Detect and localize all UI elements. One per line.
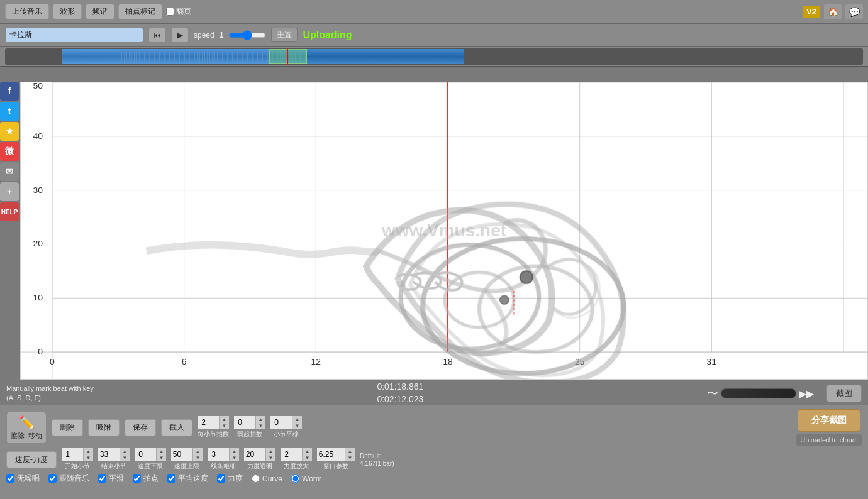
bar-shift-input[interactable] [270, 416, 292, 429]
waveform-mini: 〜 ▶▶ [707, 386, 814, 401]
social-sidebar: f t ★ 微 ✉ + HELP [0, 82, 20, 221]
no-mute-checkbox[interactable] [6, 474, 14, 483]
import-button[interactable]: 截入 [161, 419, 192, 436]
start-bar-down[interactable]: ▼ [84, 454, 93, 461]
smooth-label: 平滑 [109, 473, 124, 484]
waveform-mini-bar[interactable] [721, 388, 796, 398]
beat-point-checkbox[interactable] [133, 474, 141, 483]
twitter-icon[interactable]: t [0, 102, 19, 121]
beats-per-bar-input[interactable] [198, 416, 220, 429]
speed-force-button[interactable]: 速度-力度 [6, 451, 57, 468]
force-zoom-up[interactable]: ▲ [303, 448, 312, 454]
line-thickness-up[interactable]: ▲ [230, 448, 239, 454]
end-bar-input[interactable] [98, 448, 120, 461]
start-bar-group: ▲ ▼ 开始小节 [62, 448, 93, 471]
force-checkbox[interactable] [217, 474, 225, 483]
curve-radio-label[interactable]: Curve [252, 474, 282, 483]
svg-text:20: 20 [33, 239, 43, 249]
curve-radio[interactable] [252, 474, 260, 483]
smooth-checkbox[interactable] [98, 474, 106, 483]
avg-speed-checkbox[interactable] [167, 474, 175, 483]
force-checkbox-label[interactable]: 力度 [217, 473, 243, 484]
waveform-mini-arrow[interactable]: ▶▶ [799, 388, 814, 400]
delete-button[interactable]: 删除 [52, 419, 83, 436]
screenshot-button[interactable]: 截图 [826, 385, 862, 402]
weak-beat-input[interactable] [234, 416, 256, 429]
waveform-bar [0, 47, 868, 67]
end-bar-up[interactable]: ▲ [120, 448, 130, 454]
curve-label: Curve [262, 474, 282, 483]
facebook-icon[interactable]: f [0, 82, 19, 101]
speed-slider[interactable] [228, 30, 266, 40]
speed-lower-up[interactable]: ▲ [157, 448, 166, 454]
weak-beat-down[interactable]: ▼ [256, 422, 265, 429]
add-icon[interactable]: + [0, 182, 19, 201]
speed-upper-up[interactable]: ▲ [193, 448, 203, 454]
erase-label: 擦除 [11, 431, 25, 441]
status-hint-line2: (A, S, D, F) [6, 393, 94, 403]
force-transparency-arrows: ▲ ▼ [266, 448, 275, 461]
speed-lower-label: 速度下限 [138, 462, 163, 471]
karaoke-input[interactable] [5, 28, 143, 43]
share-chart-button[interactable]: 分享截图 [798, 409, 860, 432]
force-zoom-input[interactable] [281, 448, 303, 461]
start-bar-input[interactable] [62, 448, 84, 461]
window-param-arrows: ▲ ▼ [345, 448, 355, 461]
speed-lower-input[interactable] [135, 448, 157, 461]
beats-per-bar-up[interactable]: ▲ [220, 416, 229, 422]
speed-upper-input[interactable] [171, 448, 193, 461]
bar-shift-down[interactable]: ▼ [292, 422, 302, 429]
mail-icon[interactable]: ✉ [0, 162, 19, 181]
start-bar-up[interactable]: ▲ [84, 448, 93, 454]
start-bar-input-row: ▲ ▼ [62, 448, 93, 461]
avg-speed-checkbox-label[interactable]: 平均速度 [167, 473, 208, 484]
speed-upper-down[interactable]: ▼ [193, 454, 203, 461]
end-bar-input-row: ▲ ▼ [98, 448, 130, 461]
window-param-input[interactable] [317, 448, 345, 461]
weak-beat-up[interactable]: ▲ [256, 416, 265, 422]
force-zoom-down[interactable]: ▼ [303, 454, 312, 461]
line-thickness-arrows: ▲ ▼ [230, 448, 239, 461]
smooth-checkbox-label[interactable]: 平滑 [98, 473, 124, 484]
waveform-button[interactable]: 波形 [53, 4, 82, 19]
help-icon[interactable]: HELP [0, 202, 19, 221]
line-thickness-input[interactable] [208, 448, 230, 461]
force-transparency-input[interactable] [244, 448, 266, 461]
spectrum-button[interactable]: 频谱 [86, 4, 114, 19]
play-button[interactable]: ▶ [171, 28, 189, 43]
beat-point-checkbox-label[interactable]: 拍点 [133, 473, 159, 484]
follow-music-checkbox[interactable] [48, 474, 57, 483]
beat-mark-button[interactable]: 拍点标记 [118, 4, 162, 19]
worm-radio[interactable] [291, 474, 299, 483]
svg-text:18: 18 [443, 356, 453, 366]
line-thickness-down[interactable]: ▼ [230, 454, 239, 461]
follow-music-checkbox-label[interactable]: 跟随音乐 [48, 473, 89, 484]
end-bar-down[interactable]: ▼ [120, 454, 130, 461]
favorite-icon[interactable]: ★ [0, 122, 19, 141]
window-param-up[interactable]: ▲ [345, 448, 355, 454]
page-flip-checkbox-label[interactable]: 翻页 [166, 6, 191, 17]
attach-button[interactable]: 吸附 [88, 419, 120, 436]
avg-speed-label: 平均速度 [178, 473, 208, 484]
upload-music-button[interactable]: 上传音乐 [5, 4, 49, 19]
beat-point-label: 拍点 [143, 473, 159, 484]
window-param-down[interactable]: ▼ [345, 454, 355, 461]
speed-lower-down[interactable]: ▼ [157, 454, 166, 461]
beats-per-bar-down[interactable]: ▼ [220, 422, 229, 429]
bar-shift-up[interactable]: ▲ [292, 416, 302, 422]
settings-icon[interactable]: 💬 [845, 4, 863, 19]
worm-radio-label[interactable]: Worm [291, 474, 322, 483]
top-toolbar: 上传音乐 波形 频谱 拍点标记 翻页 V2 🏠 💬 [0, 0, 868, 24]
force-transparency-up[interactable]: ▲ [266, 448, 275, 454]
home-icon[interactable]: 🏠 [824, 4, 842, 19]
page-flip-checkbox[interactable] [166, 8, 174, 16]
weibo-icon[interactable]: 微 [0, 142, 19, 161]
waveform-container[interactable] [5, 48, 863, 65]
reset-button[interactable]: 垂置 [271, 28, 298, 42]
speed-lower-arrows: ▲ ▼ [157, 448, 166, 461]
no-mute-checkbox-label[interactable]: 无噪唱 [6, 473, 40, 484]
force-transparency-down[interactable]: ▼ [266, 454, 275, 461]
rewind-button[interactable]: ⏮ [148, 28, 166, 43]
status-time: 0:01:18.861 0:02:12.023 [106, 381, 694, 405]
save-button[interactable]: 保存 [125, 419, 156, 436]
